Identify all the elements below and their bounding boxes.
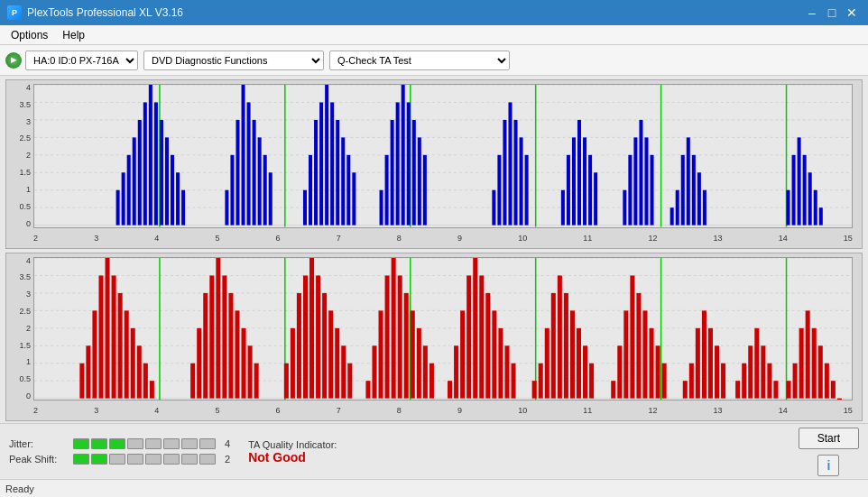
jitter-seg-6 bbox=[163, 438, 180, 449]
title-bar-controls: – □ ✕ bbox=[803, 5, 861, 21]
svg-rect-20 bbox=[143, 102, 147, 225]
svg-rect-159 bbox=[504, 345, 509, 398]
svg-rect-164 bbox=[551, 292, 556, 398]
svg-rect-115 bbox=[143, 363, 148, 398]
x-label: 6 bbox=[276, 406, 281, 415]
top-chart-svg bbox=[34, 85, 852, 227]
svg-rect-153 bbox=[466, 275, 471, 398]
bottom-chart-inner bbox=[33, 257, 853, 401]
svg-rect-127 bbox=[254, 363, 259, 398]
svg-rect-29 bbox=[230, 155, 234, 225]
drive-dropdown[interactable]: HA:0 ID:0 PX-716A bbox=[25, 51, 138, 70]
svg-rect-197 bbox=[806, 310, 810, 398]
drive-icon: ▶ bbox=[5, 52, 22, 69]
svg-rect-34 bbox=[258, 137, 262, 225]
jitter-bar bbox=[73, 438, 216, 449]
y-label-0: 0 bbox=[26, 220, 31, 228]
x-label: 7 bbox=[337, 406, 341, 415]
svg-rect-158 bbox=[498, 327, 503, 398]
bottom-panel: Jitter: 4 Peak Shift: bbox=[0, 423, 868, 479]
svg-rect-135 bbox=[328, 310, 333, 398]
y-label-25: 2.5 bbox=[19, 308, 31, 316]
jitter-seg-8 bbox=[199, 438, 216, 449]
ta-quality-title: TA Quality Indicator: bbox=[248, 439, 337, 450]
test-dropdown[interactable]: Q-Check TA Test bbox=[329, 51, 510, 70]
svg-rect-70 bbox=[623, 190, 626, 225]
jitter-value: 4 bbox=[225, 438, 230, 449]
meter-section: Jitter: 4 Peak Shift: bbox=[9, 438, 230, 465]
svg-rect-186 bbox=[721, 363, 725, 398]
svg-rect-148 bbox=[423, 345, 428, 398]
svg-rect-26 bbox=[176, 172, 180, 225]
svg-rect-154 bbox=[473, 258, 477, 399]
svg-rect-140 bbox=[372, 345, 376, 398]
charts-area: 4 3.5 3 2.5 2 1.5 1 0.5 0 bbox=[0, 76, 868, 423]
svg-rect-74 bbox=[644, 137, 648, 225]
svg-rect-82 bbox=[703, 190, 706, 225]
maximize-button[interactable]: □ bbox=[823, 5, 841, 21]
svg-rect-86 bbox=[803, 155, 807, 225]
menu-options[interactable]: Options bbox=[4, 27, 55, 43]
svg-rect-126 bbox=[248, 345, 253, 398]
svg-rect-51 bbox=[402, 85, 405, 225]
x-label: 13 bbox=[714, 406, 723, 415]
y-label-1: 1 bbox=[26, 186, 31, 194]
status-bar: Ready bbox=[0, 479, 868, 497]
menu-help[interactable]: Help bbox=[55, 27, 92, 43]
svg-rect-160 bbox=[512, 363, 516, 398]
svg-rect-35 bbox=[263, 155, 267, 225]
svg-rect-130 bbox=[297, 292, 301, 398]
x-label: 4 bbox=[154, 406, 159, 415]
svg-rect-170 bbox=[589, 363, 594, 398]
bottom-chart-y-axis: 4 3.5 3 2.5 2 1.5 1 0.5 0 bbox=[6, 257, 33, 401]
svg-rect-66 bbox=[577, 120, 581, 225]
svg-rect-117 bbox=[190, 363, 195, 398]
info-button[interactable]: i bbox=[817, 455, 839, 476]
y-label-4: 4 bbox=[26, 257, 31, 265]
start-button[interactable]: Start bbox=[799, 428, 859, 449]
svg-rect-106 bbox=[86, 345, 90, 398]
svg-rect-136 bbox=[335, 327, 339, 398]
svg-rect-161 bbox=[532, 381, 537, 398]
window-title: PlexTools Professional XL V3.16 bbox=[27, 6, 183, 19]
svg-rect-156 bbox=[485, 292, 490, 398]
svg-rect-167 bbox=[570, 310, 575, 398]
svg-rect-151 bbox=[454, 345, 458, 398]
svg-rect-61 bbox=[520, 137, 523, 225]
y-label-3: 3 bbox=[26, 290, 31, 299]
svg-rect-202 bbox=[837, 398, 842, 400]
svg-rect-146 bbox=[411, 310, 415, 398]
peak-seg-3 bbox=[109, 454, 125, 465]
minimize-button[interactable]: – bbox=[803, 5, 821, 21]
svg-rect-124 bbox=[235, 310, 239, 398]
svg-rect-105 bbox=[79, 363, 84, 398]
svg-rect-141 bbox=[379, 310, 383, 398]
peak-seg-1 bbox=[73, 454, 89, 465]
y-label-2: 2 bbox=[26, 152, 31, 160]
svg-rect-46 bbox=[352, 172, 356, 225]
function-dropdown[interactable]: DVD Diagnostic Functions bbox=[143, 51, 324, 70]
svg-rect-16 bbox=[122, 172, 125, 225]
x-label: 10 bbox=[518, 406, 527, 415]
svg-rect-190 bbox=[754, 327, 759, 398]
svg-rect-149 bbox=[429, 363, 434, 398]
svg-rect-78 bbox=[681, 155, 685, 225]
svg-rect-138 bbox=[347, 363, 352, 398]
svg-rect-28 bbox=[225, 190, 228, 225]
svg-rect-172 bbox=[617, 345, 622, 398]
svg-rect-114 bbox=[137, 345, 142, 398]
close-button[interactable]: ✕ bbox=[843, 5, 861, 21]
svg-rect-201 bbox=[831, 381, 836, 398]
jitter-seg-7 bbox=[181, 438, 198, 449]
svg-rect-88 bbox=[814, 190, 817, 225]
svg-rect-125 bbox=[242, 327, 246, 398]
svg-rect-200 bbox=[825, 363, 829, 398]
jitter-label: Jitter: bbox=[9, 438, 68, 449]
bottom-chart: 4 3.5 3 2.5 2 1.5 1 0.5 0 bbox=[5, 253, 863, 422]
svg-rect-166 bbox=[564, 292, 568, 398]
svg-rect-73 bbox=[639, 120, 642, 225]
x-label: 7 bbox=[337, 234, 341, 243]
peak-seg-5 bbox=[145, 454, 162, 465]
svg-rect-67 bbox=[583, 137, 586, 225]
svg-rect-198 bbox=[812, 327, 817, 398]
